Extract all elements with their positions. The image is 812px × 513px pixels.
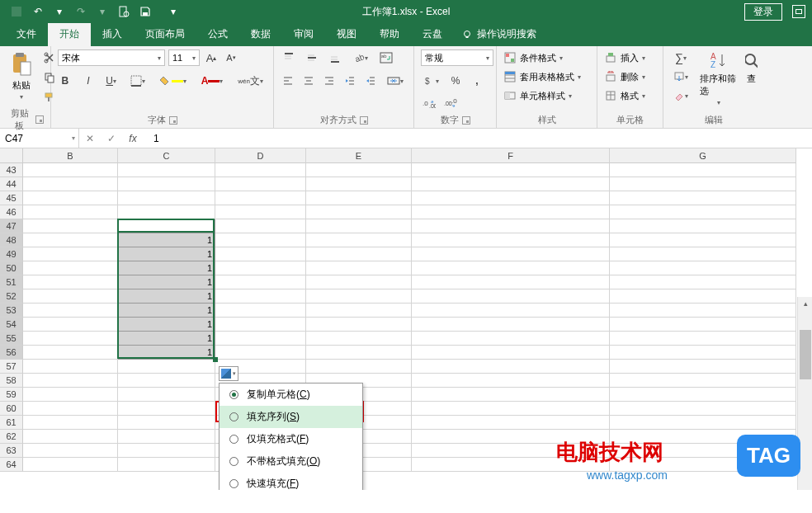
clear-icon[interactable]: ▾: [670, 87, 692, 104]
cell[interactable]: [118, 444, 215, 458]
italic-icon[interactable]: I: [81, 73, 96, 89]
cell[interactable]: [23, 374, 118, 388]
redo-dropdown-icon[interactable]: ▾: [96, 5, 109, 18]
cell[interactable]: [610, 360, 796, 374]
row-header[interactable]: 57: [0, 360, 23, 374]
row-header[interactable]: 64: [0, 458, 23, 472]
column-header[interactable]: F: [412, 148, 610, 163]
cell[interactable]: [610, 318, 796, 332]
cell[interactable]: 1: [118, 346, 215, 360]
cell[interactable]: [215, 177, 306, 191]
cell[interactable]: [215, 205, 306, 219]
align-left-icon[interactable]: [281, 73, 295, 89]
cell[interactable]: [412, 289, 610, 304]
cell[interactable]: [118, 402, 215, 416]
cell[interactable]: [23, 332, 118, 346]
autosum-icon[interactable]: ∑▾: [670, 49, 692, 66]
cell[interactable]: [118, 360, 215, 374]
cell[interactable]: [610, 275, 796, 289]
row-header[interactable]: 62: [0, 430, 23, 444]
autofill-flash-fill[interactable]: 快速填充(F): [220, 473, 362, 490]
row-header[interactable]: 49: [0, 247, 23, 261]
number-launcher[interactable]: [462, 116, 470, 125]
align-bottom-icon[interactable]: [327, 49, 343, 66]
row-header[interactable]: 47: [0, 219, 23, 233]
cell[interactable]: [412, 261, 610, 275]
increase-decimal-icon[interactable]: .0.00: [421, 96, 437, 112]
cell[interactable]: [610, 247, 796, 261]
autofill-options-button[interactable]: ▾: [219, 366, 238, 381]
cell[interactable]: [118, 430, 215, 444]
cell[interactable]: [610, 332, 796, 346]
wrap-text-icon[interactable]: ab: [378, 49, 394, 66]
cell[interactable]: [23, 402, 118, 416]
cell[interactable]: [23, 430, 118, 444]
cell[interactable]: [610, 388, 796, 402]
tab-formulas[interactable]: 公式: [196, 22, 239, 46]
cell[interactable]: 1: [118, 304, 215, 318]
enter-formula-icon[interactable]: ✓: [101, 129, 122, 148]
row-header[interactable]: 59: [0, 388, 23, 402]
tab-view[interactable]: 视图: [325, 22, 368, 46]
formula-input[interactable]: 1: [144, 133, 812, 144]
cell[interactable]: [306, 191, 412, 205]
cell[interactable]: [23, 416, 118, 430]
name-box[interactable]: C47▾: [0, 129, 79, 148]
cell[interactable]: [306, 205, 412, 219]
tab-home[interactable]: 开始: [48, 22, 91, 46]
cell[interactable]: 1: [118, 275, 215, 289]
row-header[interactable]: 52: [0, 289, 23, 304]
align-top-icon[interactable]: [281, 49, 297, 66]
row-header[interactable]: 43: [0, 163, 23, 177]
cell[interactable]: [23, 289, 118, 304]
increase-font-icon[interactable]: A▴: [203, 49, 220, 66]
tab-review[interactable]: 审阅: [282, 22, 325, 46]
cell[interactable]: [23, 163, 118, 177]
cell[interactable]: [306, 289, 412, 304]
insert-cells-button[interactable]: 插入▾: [604, 49, 656, 66]
cell[interactable]: [215, 275, 306, 289]
cell[interactable]: [412, 388, 610, 402]
select-all-corner[interactable]: [0, 148, 23, 163]
fill-color-icon[interactable]: ▾: [157, 73, 190, 89]
column-header[interactable]: B: [23, 148, 118, 163]
autofill-fill-without-format[interactable]: 不带格式填充(O): [220, 450, 362, 473]
cell[interactable]: 1: [118, 318, 215, 332]
cell[interactable]: [412, 360, 610, 374]
cell[interactable]: [23, 275, 118, 289]
delete-cells-button[interactable]: 删除▾: [604, 68, 656, 85]
row-header[interactable]: 51: [0, 275, 23, 289]
row-header[interactable]: 53: [0, 304, 23, 318]
undo-dropdown-icon[interactable]: ▾: [53, 5, 66, 18]
cell[interactable]: [306, 360, 412, 374]
cell[interactable]: [306, 346, 412, 360]
increase-indent-icon[interactable]: [363, 73, 377, 89]
row-header[interactable]: 60: [0, 402, 23, 416]
find-select-button[interactable]: 查: [745, 49, 758, 87]
redo-icon[interactable]: ↷: [74, 5, 87, 18]
cell[interactable]: [610, 177, 796, 191]
align-right-icon[interactable]: [322, 73, 336, 89]
clipboard-launcher[interactable]: [35, 115, 44, 124]
tab-file[interactable]: 文件: [5, 22, 48, 46]
cell[interactable]: [412, 163, 610, 177]
cell[interactable]: [306, 318, 412, 332]
cell[interactable]: [215, 304, 306, 318]
cell[interactable]: [610, 205, 796, 219]
fill-handle[interactable]: [213, 357, 218, 362]
column-header[interactable]: G: [610, 148, 796, 163]
cell[interactable]: [23, 177, 118, 191]
cell[interactable]: [215, 289, 306, 304]
cell[interactable]: [23, 346, 118, 360]
cell[interactable]: [412, 177, 610, 191]
cell[interactable]: [118, 416, 215, 430]
cell[interactable]: [306, 275, 412, 289]
font-name-select[interactable]: 宋体▾: [58, 49, 165, 66]
cell[interactable]: [23, 219, 118, 233]
cell[interactable]: [215, 318, 306, 332]
cell[interactable]: [610, 261, 796, 275]
row-header[interactable]: 48: [0, 233, 23, 247]
decrease-indent-icon[interactable]: [342, 73, 356, 89]
cell[interactable]: [118, 205, 215, 219]
cell[interactable]: [23, 205, 118, 219]
